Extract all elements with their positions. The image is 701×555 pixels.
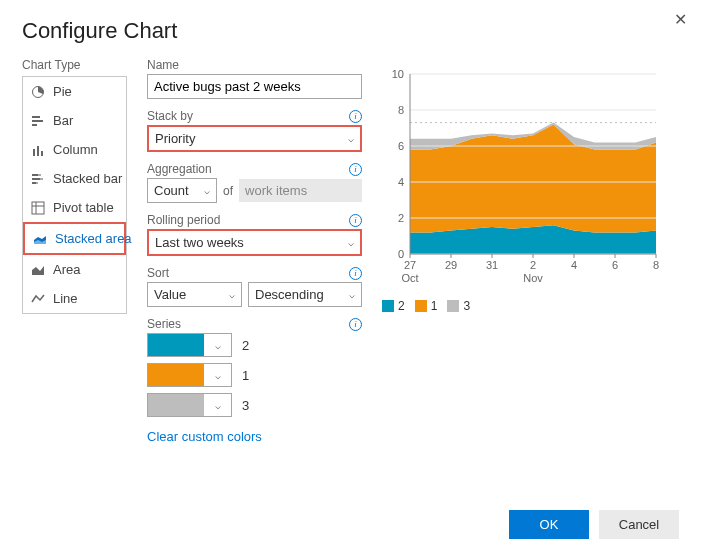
form-panel: Name Stack by i Priority ⌵ Aggregation i bbox=[147, 58, 362, 454]
legend-swatch bbox=[415, 300, 427, 312]
svg-rect-5 bbox=[37, 146, 39, 156]
series-row: ⌵ 3 bbox=[147, 393, 362, 417]
svg-rect-11 bbox=[32, 182, 36, 184]
svg-rect-7 bbox=[32, 174, 38, 176]
legend-label: 3 bbox=[463, 299, 470, 313]
close-icon[interactable]: ✕ bbox=[674, 10, 687, 29]
svg-text:2: 2 bbox=[530, 259, 536, 271]
svg-rect-9 bbox=[32, 178, 40, 180]
svg-rect-13 bbox=[32, 202, 44, 214]
stacked-area-icon bbox=[33, 232, 47, 246]
series-name: 2 bbox=[242, 338, 249, 353]
cancel-button[interactable]: Cancel bbox=[599, 510, 679, 539]
legend-item: 2 bbox=[382, 299, 405, 313]
chart-type-list: Pie Bar Column bbox=[22, 76, 127, 314]
svg-text:6: 6 bbox=[398, 140, 404, 152]
series-row: ⌵ 2 bbox=[147, 333, 362, 357]
series-color-select[interactable]: ⌵ bbox=[147, 393, 232, 417]
svg-rect-3 bbox=[32, 124, 37, 126]
chart-type-label-text: Area bbox=[53, 262, 80, 277]
svg-rect-10 bbox=[40, 178, 43, 180]
svg-rect-6 bbox=[41, 151, 43, 156]
chart-type-pie[interactable]: Pie bbox=[23, 77, 126, 106]
color-swatch bbox=[148, 334, 204, 356]
series-row: ⌵ 1 bbox=[147, 363, 362, 387]
chart-type-stacked-area[interactable]: Stacked area bbox=[23, 222, 126, 255]
svg-text:4: 4 bbox=[571, 259, 577, 271]
stack-by-select[interactable]: Priority ⌵ bbox=[147, 125, 362, 152]
chart-type-label: Chart Type bbox=[22, 58, 127, 72]
ok-button[interactable]: OK bbox=[509, 510, 589, 539]
chart-type-label-text: Stacked area bbox=[55, 231, 132, 246]
legend-swatch bbox=[382, 300, 394, 312]
chart-type-stacked-bar[interactable]: Stacked bar bbox=[23, 164, 126, 193]
sort-dir-select[interactable]: Descending ⌵ bbox=[248, 282, 362, 307]
info-icon[interactable]: i bbox=[349, 163, 362, 176]
chevron-down-icon: ⌵ bbox=[229, 289, 235, 300]
sort-field-select[interactable]: Value ⌵ bbox=[147, 282, 242, 307]
rolling-label: Rolling period bbox=[147, 213, 220, 227]
svg-text:Oct: Oct bbox=[401, 272, 418, 284]
legend-label: 1 bbox=[431, 299, 438, 313]
series-list: ⌵ 2 ⌵ 1 ⌵ bbox=[147, 333, 362, 417]
aggregation-select[interactable]: Count ⌵ bbox=[147, 178, 217, 203]
info-icon[interactable]: i bbox=[349, 214, 362, 227]
aggregation-value: Count bbox=[154, 183, 189, 198]
sort-field-value: Value bbox=[154, 287, 186, 302]
chart-type-area[interactable]: Area bbox=[23, 255, 126, 284]
svg-text:8: 8 bbox=[653, 259, 659, 271]
column-icon bbox=[31, 143, 45, 157]
name-input[interactable] bbox=[147, 74, 362, 99]
series-name: 1 bbox=[242, 368, 249, 383]
bar-icon bbox=[31, 114, 45, 128]
aggregation-of: of bbox=[223, 184, 233, 198]
chart-type-line[interactable]: Line bbox=[23, 284, 126, 313]
svg-text:27: 27 bbox=[404, 259, 416, 271]
info-icon[interactable]: i bbox=[349, 110, 362, 123]
line-icon bbox=[31, 292, 45, 306]
chart-preview: 024681027Oct29312Nov468 2 1 3 bbox=[382, 58, 679, 454]
dialog-title: Configure Chart bbox=[22, 18, 679, 44]
pivot-icon bbox=[31, 201, 45, 215]
chart-legend: 2 1 3 bbox=[382, 299, 679, 313]
info-icon[interactable]: i bbox=[349, 267, 362, 280]
svg-text:4: 4 bbox=[398, 176, 404, 188]
series-color-select[interactable]: ⌵ bbox=[147, 333, 232, 357]
chart-type-panel: Chart Type Pie Bar bbox=[22, 58, 127, 454]
stacked-bar-icon bbox=[31, 172, 45, 186]
sort-label: Sort bbox=[147, 266, 169, 280]
series-label: Series bbox=[147, 317, 181, 331]
stacked-area-chart: 024681027Oct29312Nov468 bbox=[382, 68, 662, 288]
chart-type-bar[interactable]: Bar bbox=[23, 106, 126, 135]
chevron-down-icon: ⌵ bbox=[348, 237, 354, 248]
color-swatch bbox=[148, 394, 204, 416]
chart-type-label-text: Bar bbox=[53, 113, 73, 128]
stack-by-value: Priority bbox=[155, 131, 195, 146]
clear-colors-link[interactable]: Clear custom colors bbox=[147, 429, 262, 444]
legend-item: 1 bbox=[415, 299, 438, 313]
aggregation-target: work items bbox=[239, 179, 362, 202]
chart-type-label-text: Stacked bar bbox=[53, 171, 122, 186]
series-color-select[interactable]: ⌵ bbox=[147, 363, 232, 387]
info-icon[interactable]: i bbox=[349, 318, 362, 331]
stack-by-label: Stack by bbox=[147, 109, 193, 123]
svg-rect-1 bbox=[32, 116, 40, 118]
series-name: 3 bbox=[242, 398, 249, 413]
aggregation-label: Aggregation bbox=[147, 162, 212, 176]
legend-swatch bbox=[447, 300, 459, 312]
rolling-select[interactable]: Last two weeks ⌵ bbox=[147, 229, 362, 256]
chevron-down-icon: ⌵ bbox=[348, 133, 354, 144]
svg-text:8: 8 bbox=[398, 104, 404, 116]
chart-type-label-text: Line bbox=[53, 291, 78, 306]
sort-dir-value: Descending bbox=[255, 287, 324, 302]
chevron-down-icon: ⌵ bbox=[204, 340, 231, 351]
chart-type-pivot-table[interactable]: Pivot table bbox=[23, 193, 126, 222]
chevron-down-icon: ⌵ bbox=[204, 400, 231, 411]
svg-text:Nov: Nov bbox=[523, 272, 543, 284]
rolling-value: Last two weeks bbox=[155, 235, 244, 250]
area-icon bbox=[31, 263, 45, 277]
svg-text:29: 29 bbox=[445, 259, 457, 271]
dialog-footer: OK Cancel bbox=[509, 510, 679, 539]
chart-type-column[interactable]: Column bbox=[23, 135, 126, 164]
svg-text:6: 6 bbox=[612, 259, 618, 271]
